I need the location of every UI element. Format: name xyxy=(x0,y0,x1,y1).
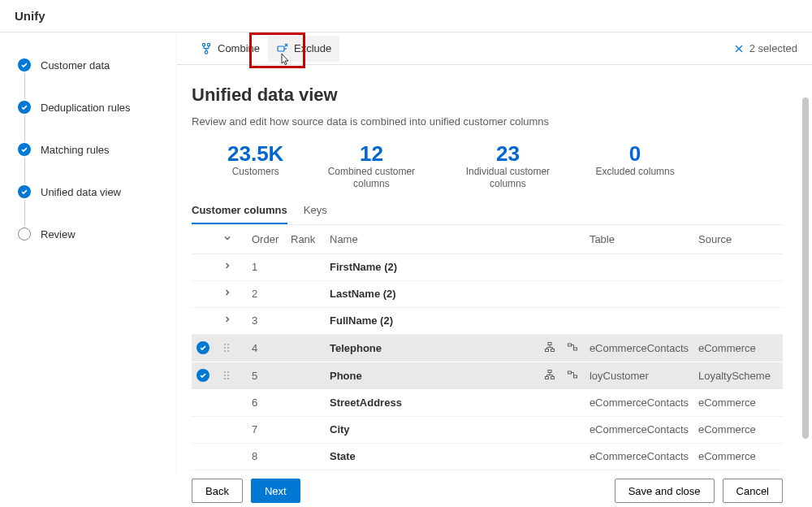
stat-value: 23.5K xyxy=(227,142,283,166)
wizard-step[interactable]: Matching rules xyxy=(0,141,176,158)
next-button[interactable]: Next xyxy=(251,479,300,503)
cell-table: eCommerceContacts xyxy=(585,334,693,362)
cell-table: eCommerceContacts xyxy=(585,443,693,470)
cell-name: State xyxy=(325,443,539,470)
stat-card: 12Combined customer columns xyxy=(303,142,439,191)
cell-source: eCommerce xyxy=(693,443,783,470)
th-name[interactable]: Name xyxy=(325,225,539,254)
th-source[interactable]: Source xyxy=(693,225,783,254)
table-row[interactable]: 1FirstName (2) xyxy=(192,254,783,280)
view-tabs: Customer columns Keys xyxy=(192,197,783,225)
drag-handle-icon[interactable] xyxy=(222,370,242,381)
check-icon xyxy=(18,58,31,72)
svg-rect-3 xyxy=(278,46,284,51)
svg-point-4 xyxy=(224,344,226,345)
expand-row-icon[interactable] xyxy=(222,288,232,297)
wizard-step[interactable]: Review xyxy=(0,226,176,242)
stat-label: Customers xyxy=(227,166,283,179)
svg-point-7 xyxy=(227,347,229,349)
stat-value: 23 xyxy=(459,142,556,166)
stat-label: Individual customer columns xyxy=(459,166,556,191)
cell-rank xyxy=(286,389,325,416)
cell-rank xyxy=(286,254,325,280)
expand-row-icon[interactable] xyxy=(222,314,232,324)
table-row[interactable]: 4TelephoneeCommerceContactseCommerce xyxy=(192,334,783,362)
svg-point-8 xyxy=(224,350,226,352)
svg-point-6 xyxy=(224,347,226,349)
stat-label: Combined customer columns xyxy=(322,166,420,191)
columns-table: Order Rank Name Table Source 1FirstName … xyxy=(192,225,783,470)
svg-rect-10 xyxy=(548,342,551,344)
cell-order: 1 xyxy=(247,254,286,280)
step-label: Review xyxy=(41,228,76,240)
cell-rank xyxy=(286,416,325,443)
svg-point-16 xyxy=(227,371,229,373)
check-icon xyxy=(18,143,31,156)
check-icon xyxy=(18,101,31,114)
table-row[interactable]: 2LastName (2) xyxy=(192,280,783,307)
cancel-button[interactable]: Cancel xyxy=(723,479,783,503)
cell-table xyxy=(585,307,693,334)
th-table[interactable]: Table xyxy=(585,225,693,254)
svg-point-2 xyxy=(205,50,208,54)
cell-table: eCommerceContacts xyxy=(585,389,693,416)
cell-order: 7 xyxy=(247,416,286,443)
drag-handle-icon[interactable] xyxy=(222,342,242,353)
wizard-step[interactable]: Customer data xyxy=(0,57,176,73)
step-label: Matching rules xyxy=(41,144,110,156)
svg-rect-23 xyxy=(551,376,554,379)
cell-table: eCommerceContacts xyxy=(585,416,693,443)
tab-customer-columns[interactable]: Customer columns xyxy=(192,197,287,224)
cell-order: 2 xyxy=(247,280,286,307)
tab-keys[interactable]: Keys xyxy=(304,197,327,224)
mapping-icon[interactable] xyxy=(567,341,580,353)
cell-order: 8 xyxy=(247,443,286,470)
th-rank[interactable]: Rank xyxy=(286,225,325,254)
svg-rect-22 xyxy=(545,376,548,379)
selection-count[interactable]: 2 selected xyxy=(733,42,797,54)
cell-source xyxy=(693,280,783,307)
combine-label: Combine xyxy=(218,42,260,54)
svg-rect-25 xyxy=(573,375,577,378)
exclude-button[interactable]: Exclude xyxy=(268,36,339,62)
row-checked-icon[interactable] xyxy=(197,369,209,382)
svg-point-19 xyxy=(224,378,226,379)
svg-rect-11 xyxy=(545,349,548,351)
exclude-label: Exclude xyxy=(294,42,331,54)
table-row[interactable]: 7CityeCommerceContactseCommerce xyxy=(192,416,783,443)
hierarchy-icon[interactable] xyxy=(544,341,557,353)
stat-card: 23.5KCustomers xyxy=(192,142,303,191)
table-row[interactable]: 3FullName (2) xyxy=(192,307,783,334)
svg-rect-12 xyxy=(551,349,554,351)
app-title: Unify xyxy=(15,9,45,23)
svg-rect-24 xyxy=(568,371,571,374)
cell-order: 6 xyxy=(247,389,286,416)
mapping-icon[interactable] xyxy=(567,369,580,380)
hierarchy-icon[interactable] xyxy=(544,369,557,380)
expand-row-icon[interactable] xyxy=(222,261,232,271)
cell-rank xyxy=(286,334,325,362)
expand-all-icon[interactable] xyxy=(222,233,232,243)
scrollbar[interactable] xyxy=(801,65,810,474)
th-order[interactable]: Order xyxy=(247,225,286,254)
selection-count-label: 2 selected xyxy=(749,42,797,54)
combine-button[interactable]: Combine xyxy=(192,36,268,62)
wizard-step[interactable]: Deduplication rules xyxy=(0,99,176,115)
cell-name: City xyxy=(325,416,539,443)
svg-point-17 xyxy=(224,375,226,376)
table-row[interactable]: 6StreetAddresseCommerceContactseCommerce xyxy=(192,389,783,416)
back-button[interactable]: Back xyxy=(192,479,243,503)
save-and-close-button[interactable]: Save and close xyxy=(615,479,715,503)
cell-table xyxy=(585,254,693,280)
cell-order: 4 xyxy=(247,334,286,362)
table-row[interactable]: 8StateeCommerceContactseCommerce xyxy=(192,443,783,470)
stats-row: 23.5KCustomers12Combined customer column… xyxy=(192,142,783,191)
clear-selection-icon[interactable] xyxy=(733,43,745,54)
svg-point-20 xyxy=(227,378,229,379)
stat-value: 12 xyxy=(322,142,420,166)
row-checked-icon[interactable] xyxy=(197,341,209,354)
content-scroll[interactable]: Unified data view Review and edit how so… xyxy=(177,65,812,474)
step-label: Unified data view xyxy=(41,186,121,198)
table-row[interactable]: 5PhoneloyCustomerLoyaltyScheme xyxy=(192,362,783,389)
wizard-step[interactable]: Unified data view xyxy=(0,184,176,200)
